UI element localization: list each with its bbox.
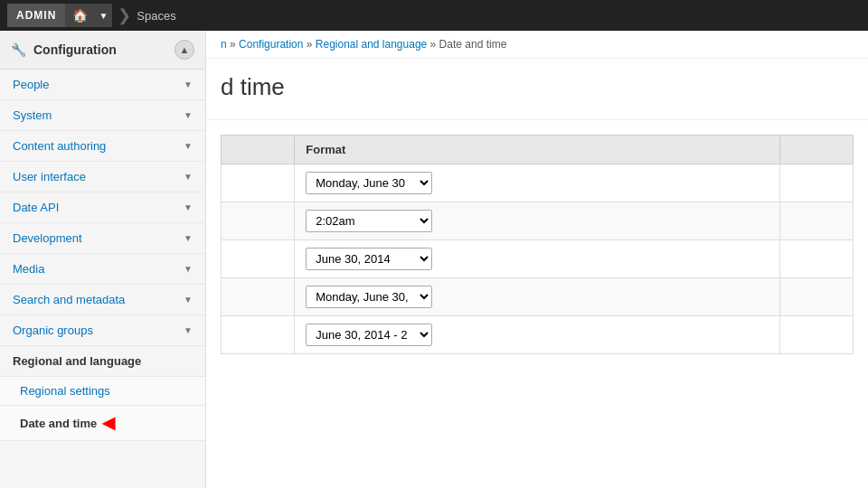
format-select-2[interactable]: 2:02am: [306, 210, 432, 232]
format-cell: 2:02am: [295, 202, 779, 240]
row-extra: [779, 240, 853, 278]
sidebar-item-label: Search and metadata: [13, 293, 125, 306]
format-select-5[interactable]: June 30, 2014 - 2: [306, 324, 432, 346]
col-header-format: Format: [295, 136, 779, 164]
row-extra: [779, 278, 853, 316]
sidebar-item-organic-groups[interactable]: Organic groups ▼: [0, 315, 205, 346]
format-cell: June 30, 2014: [295, 240, 779, 278]
chevron-down-icon: ▼: [184, 325, 193, 335]
table-row: June 30, 2014: [222, 240, 854, 278]
breadcrumb-config[interactable]: Configuration: [239, 38, 303, 51]
sidebar-item-development[interactable]: Development ▼: [0, 223, 205, 254]
format-cell: Monday, June 30,: [295, 278, 779, 316]
spaces-link[interactable]: Spaces: [137, 9, 175, 23]
page-title: d time: [206, 59, 868, 120]
sidebar-item-label: Organic groups: [13, 324, 93, 337]
table-row: 2:02am: [222, 202, 854, 240]
sidebar-item-label: Regional and language: [13, 354, 141, 368]
row-extra: [779, 202, 853, 240]
nav-separator: ❯: [118, 5, 131, 25]
sidebar-item-search-metadata[interactable]: Search and metadata ▼: [0, 285, 205, 315]
config-icon: 🔧: [11, 42, 26, 57]
format-select-3[interactable]: June 30, 2014: [306, 248, 432, 270]
sidebar-item-media[interactable]: Media ▼: [0, 254, 205, 285]
layout: 🔧 Configuration ▲ People ▼ System ▼ Cont…: [0, 31, 868, 488]
sidebar-up-button[interactable]: ▲: [175, 40, 194, 60]
sidebar-sub-item-regional-settings[interactable]: Regional settings: [0, 377, 205, 406]
chevron-down-icon: ▼: [184, 80, 193, 89]
sidebar-header: 🔧 Configuration ▲: [0, 31, 205, 70]
format-select-1[interactable]: Monday, June 30: [306, 172, 432, 194]
red-arrow-icon: ◀: [102, 413, 115, 433]
row-label: [222, 164, 295, 202]
sidebar-item-label: User interface: [13, 170, 86, 183]
topbar: ADMIN 🏠 ▼ ❯ Spaces: [0, 0, 868, 31]
col-header-extra: [779, 136, 853, 164]
sidebar-item-label: Date API: [13, 201, 59, 214]
breadcrumb: n » Configuration » Regional and languag…: [206, 31, 868, 59]
sidebar-item-content-authoring[interactable]: Content authoring ▼: [0, 131, 205, 162]
format-cell: Monday, June 30: [295, 164, 779, 202]
dropdown-button[interactable]: ▼: [94, 4, 112, 27]
main-content: n » Configuration » Regional and languag…: [206, 31, 868, 488]
sub-item-label: Date and time: [20, 417, 97, 430]
date-time-table: Format Monday, June 30: [221, 135, 854, 354]
sub-item-label: Regional settings: [20, 384, 110, 398]
chevron-down-icon: ▼: [184, 141, 193, 151]
sidebar: 🔧 Configuration ▲ People ▼ System ▼ Cont…: [0, 31, 206, 488]
chevron-down-icon: ▼: [184, 202, 193, 212]
table-row: June 30, 2014 - 2: [222, 316, 854, 354]
chevron-down-icon: ▼: [184, 233, 193, 243]
sidebar-item-label: People: [13, 78, 49, 91]
row-extra: [779, 316, 853, 354]
sidebar-item-label: Content authoring: [13, 139, 106, 153]
sidebar-item-label: Development: [13, 231, 82, 245]
sidebar-item-label: System: [13, 108, 52, 122]
breadcrumb-current: Date and time: [439, 38, 507, 51]
row-extra: [779, 164, 853, 202]
sidebar-item-date-api[interactable]: Date API ▼: [0, 192, 205, 223]
admin-button[interactable]: ADMIN: [7, 4, 65, 27]
chevron-down-icon: ▼: [184, 110, 193, 120]
sidebar-item-system[interactable]: System ▼: [0, 100, 205, 131]
sidebar-item-regional-language[interactable]: Regional and language: [0, 346, 205, 377]
sidebar-sub-item-date-time[interactable]: Date and time ◀: [0, 406, 205, 441]
format-cell: June 30, 2014 - 2: [295, 316, 779, 354]
col-header-name: [222, 136, 295, 164]
chevron-down-icon: ▼: [184, 264, 193, 274]
sidebar-title: Configuration: [33, 42, 117, 57]
sidebar-item-people[interactable]: People ▼: [0, 70, 205, 100]
sidebar-item-label: Media: [13, 262, 44, 276]
row-label: [222, 202, 295, 240]
table-area: Format Monday, June 30: [206, 120, 868, 369]
home-button[interactable]: 🏠: [65, 4, 94, 27]
table-row: Monday, June 30: [222, 164, 854, 202]
row-label: [222, 240, 295, 278]
breadcrumb-home[interactable]: n: [221, 38, 227, 51]
sidebar-item-user-interface[interactable]: User interface ▼: [0, 162, 205, 192]
row-label: [222, 278, 295, 316]
chevron-down-icon: ▼: [184, 172, 193, 182]
row-label: [222, 316, 295, 354]
table-row: Monday, June 30,: [222, 278, 854, 316]
chevron-down-icon: ▼: [184, 295, 193, 305]
format-select-4[interactable]: Monday, June 30,: [306, 286, 432, 308]
breadcrumb-regional-language[interactable]: Regional and language: [316, 38, 427, 51]
